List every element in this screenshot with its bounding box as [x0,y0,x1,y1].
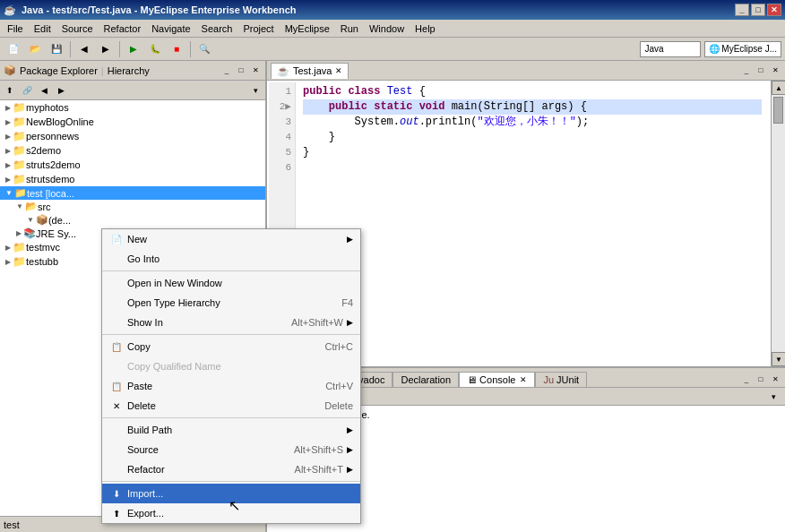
menu-search[interactable]: Search [196,21,238,36]
forward-history-button[interactable]: ▶ [53,82,69,99]
scroll-up-button[interactable]: ▲ [772,81,785,95]
new-submenu-arrow: ▶ [347,235,353,244]
collapse-all-button[interactable]: ⬆ [2,82,18,99]
scroll-track[interactable] [772,95,785,352]
tree-arrow: ▶ [5,133,11,141]
new-button[interactable]: 📄 [4,40,23,58]
tree-arrow: ▶ [5,147,11,155]
ctx-source[interactable]: Source Alt+Shift+S ▶ [102,440,360,459]
tab-declaration[interactable]: Declaration [392,372,459,387]
maximize-button[interactable]: □ [751,4,765,16]
tree-item-personnews[interactable]: ▶ 📁 personnews [0,129,265,143]
menu-window[interactable]: Window [364,21,410,36]
editor-scrollbar[interactable]: ▲ ▼ [771,81,785,366]
tree-arrow: ▶ [5,258,11,266]
ctx-go-into[interactable]: Go Into [102,249,360,269]
refactor-icon [109,462,124,476]
menu-project[interactable]: Project [237,21,279,36]
ctx-copy[interactable]: 📋 Copy Ctrl+C [102,337,360,356]
menu-help[interactable]: Help [410,21,441,36]
tree-item-myphotos[interactable]: ▶ 📁 myphotos [0,100,265,115]
search-button[interactable]: 🔍 [194,40,214,58]
back-history-button[interactable]: ◀ [36,82,52,99]
forward-button[interactable]: ▶ [96,40,116,58]
run-button[interactable]: ▶ [124,40,143,58]
ctx-copy-label: Copy [127,341,307,352]
ctx-open-type-hierarchy[interactable]: Open Type Hierarchy F4 [102,293,360,313]
menu-source[interactable]: Source [56,21,99,36]
ctx-paste[interactable]: 📋 Paste Ctrl+V [102,376,360,396]
src-icon: 📂 [25,201,38,212]
line-num-6: 6 [272,160,291,176]
close-tab-icon[interactable]: ✕ [335,66,342,75]
ctx-show-in[interactable]: Show In Alt+Shift+W ▶ [102,313,360,332]
back-button[interactable]: ◀ [74,40,94,58]
ctx-new[interactable]: 📄 New ▶ [102,229,360,249]
title-bar-icon: ☕ [4,4,16,16]
ctx-build-path[interactable]: Build Path ▶ [102,420,360,440]
close-button[interactable]: ✕ [767,4,781,16]
view-menu-button[interactable]: ▾ [247,82,263,99]
close-editor-button[interactable]: ✕ [769,64,781,77]
tab-console[interactable]: 🖥 Console ✕ [459,372,535,387]
project-icon: 📁 [13,173,26,185]
close-panel-button[interactable]: ✕ [249,64,262,77]
menu-file[interactable]: File [2,21,29,36]
menu-run[interactable]: Run [335,21,364,36]
bottom-maximize-button[interactable]: □ [755,373,767,385]
bottom-close-button[interactable]: ✕ [769,373,781,385]
code-line-4: } [303,130,762,145]
tree-item-src[interactable]: ▼ 📂 src [0,200,265,213]
tab-junit[interactable]: Ju JUnit [535,372,587,387]
tree-item-package[interactable]: ▼ 📦 (de... [0,213,265,227]
menu-navigate[interactable]: Navigate [146,21,195,36]
line-num-4: 4 [272,130,291,145]
ctx-delete-label: Delete [127,400,306,411]
menu-refactor[interactable]: Refactor [99,21,147,36]
project-icon: 📁 [14,187,27,199]
package-explorer-label[interactable]: Package Explorer [20,65,98,76]
minimize-panel-button[interactable]: _ [220,64,233,77]
debug-button[interactable]: 🐛 [145,40,165,58]
scroll-thumb[interactable] [773,97,783,124]
ctx-refactor[interactable]: Refactor Alt+Shift+T ▶ [102,459,360,479]
ctx-import[interactable]: ⬇ Import... [102,484,360,503]
panel-tab-sep: | [101,65,104,76]
ctx-copy-qualified-label: Copy Qualified Name [127,361,353,372]
stop-button[interactable]: ■ [167,40,186,58]
maximize-editor-button[interactable]: □ [755,64,767,77]
editor-header-buttons: _ □ ✕ [740,64,781,77]
editor-tab-test-java[interactable]: ☕ Test.java ✕ [271,63,349,79]
tree-item-newblogonline[interactable]: ▶ 📁 NewBlogOnline [0,115,265,129]
open-button[interactable]: 📂 [25,40,45,58]
bottom-minimize-button[interactable]: _ [740,373,753,385]
menu-edit[interactable]: Edit [29,21,56,36]
console-view-menu[interactable]: ▾ [765,389,781,405]
ctx-new-label: New [127,234,343,245]
tree-item-struts2demo[interactable]: ▶ 📁 struts2demo [0,158,265,172]
perspective-java[interactable]: Java [640,41,700,57]
ctx-export[interactable]: ⬆ Export... [102,503,360,523]
save-button[interactable]: 💾 [47,40,66,58]
minimize-button[interactable]: _ [735,4,749,16]
maximize-panel-button[interactable]: □ [235,64,247,77]
package-explorer-icon: 📦 [4,64,16,76]
ctx-open-new-window[interactable]: Open in New Window [102,273,360,293]
source-icon [109,442,124,457]
link-editor-button[interactable]: 🔗 [19,82,35,99]
tree-label: testubb [26,256,58,267]
go-into-icon [109,252,124,266]
menu-myeclipse[interactable]: MyEclipse [280,21,335,36]
scroll-down-button[interactable]: ▼ [772,352,785,366]
tree-item-s2demo[interactable]: ▶ 📁 s2demo [0,143,265,158]
toolbar-sep-2 [119,41,120,57]
minimize-editor-button[interactable]: _ [740,64,753,77]
ctx-delete[interactable]: ✕ Delete Delete [102,396,360,416]
delete-shortcut: Delete [324,400,353,411]
tree-item-test[interactable]: ▼ 📁 test [loca... [0,186,265,200]
perspective-myeclipse[interactable]: 🌐 MyEclipse J... [704,41,781,57]
hierarchy-label[interactable]: Hierarchy [108,65,150,76]
tree-item-strutsdemo[interactable]: ▶ 📁 strutsdemo [0,172,265,186]
editor-tab-label: Test.java [293,65,332,76]
close-console-icon[interactable]: ✕ [520,375,527,384]
